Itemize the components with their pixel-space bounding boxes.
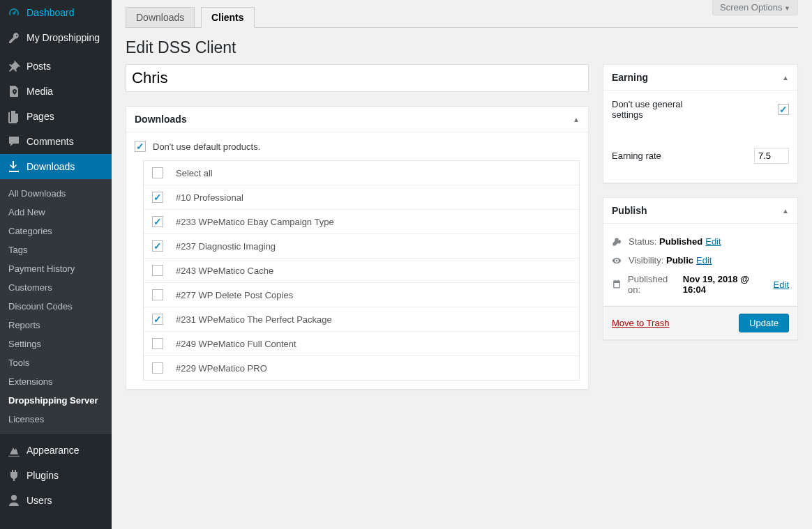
product-label: #237 Diagnostic Imaging: [176, 241, 276, 252]
submenu-item-tools[interactable]: Tools: [0, 353, 112, 372]
status-label: Status:: [629, 236, 656, 247]
sidebar-item-appearance[interactable]: Appearance: [0, 438, 112, 463]
nav-tabs: Downloads Clients: [126, 7, 798, 28]
edit-status-link[interactable]: Edit: [705, 236, 721, 247]
product-checkbox[interactable]: [152, 338, 163, 349]
submenu-item-add-new[interactable]: Add New: [0, 203, 112, 222]
update-button[interactable]: Update: [739, 314, 789, 332]
collapse-toggle-icon[interactable]: ▲: [782, 74, 789, 82]
product-checkbox[interactable]: [152, 362, 163, 374]
dont-use-general-checkbox[interactable]: [778, 104, 789, 115]
user-icon: [7, 493, 21, 507]
sidebar-item-comments[interactable]: Comments: [0, 129, 112, 154]
published-value: Nov 19, 2018 @ 16:04: [683, 274, 771, 295]
download-icon: [7, 160, 21, 174]
dont-use-default-checkbox[interactable]: [135, 141, 146, 152]
edit-visibility-link[interactable]: Edit: [696, 255, 712, 266]
sidebar-item-plugins[interactable]: Plugins: [0, 463, 112, 488]
sidebar-item-my-dropshipping[interactable]: My Dropshipping: [0, 25, 112, 50]
main-content: Screen Options Downloads Clients Edit DS…: [112, 0, 812, 529]
product-label: #229 WPeMatico PRO: [176, 363, 267, 374]
product-row: #233 WPeMatico Ebay Campaign Type: [144, 210, 579, 234]
sidebar-label: Posts: [27, 61, 51, 72]
submenu-item-reports[interactable]: Reports: [0, 316, 112, 335]
downloads-panel: Downloads ▲ Don't use default products. …: [126, 106, 589, 390]
product-label: #231 WPeMatico The Perfect Package: [176, 314, 332, 325]
client-title-input[interactable]: [126, 64, 589, 92]
earning-panel: Earning ▲ Don't use general settings Ear…: [603, 64, 798, 183]
product-row: #237 Diagnostic Imaging: [144, 234, 579, 259]
sidebar-item-dashboard[interactable]: Dashboard: [0, 0, 112, 25]
product-row: #229 WPeMatico PRO: [144, 356, 579, 380]
product-row: #277 WP Delete Post Copies: [144, 283, 579, 307]
product-row: #10 Professional: [144, 185, 579, 210]
submenu-item-customers[interactable]: Customers: [0, 278, 112, 297]
sidebar-label: Dashboard: [27, 7, 75, 18]
dont-use-general-label: Don't use general settings: [612, 99, 702, 120]
published-label: Published on:: [628, 274, 680, 295]
dont-use-default-label: Don't use default products.: [153, 141, 260, 152]
product-row: #231 WPeMatico The Perfect Package: [144, 307, 579, 332]
product-label: #233 WPeMatico Ebay Campaign Type: [176, 217, 334, 227]
publish-panel-title: Publish: [612, 205, 647, 216]
products-table: Select all#10 Professional#233 WPeMatico…: [143, 160, 580, 381]
submenu-item-dropshipping-server[interactable]: Dropshipping Server: [0, 391, 112, 410]
collapse-toggle-icon[interactable]: ▲: [573, 116, 580, 123]
sidebar-item-media[interactable]: Media: [0, 79, 112, 104]
select-all-label: Select all: [176, 168, 213, 178]
submenu-item-tags[interactable]: Tags: [0, 240, 112, 259]
status-value: Published: [659, 236, 702, 247]
sidebar-item-users[interactable]: Users: [0, 488, 112, 513]
product-label: #10 Professional: [176, 192, 243, 203]
collapse-toggle-icon[interactable]: ▲: [782, 207, 789, 215]
tab-downloads[interactable]: Downloads: [126, 7, 195, 28]
submenu-item-extensions[interactable]: Extensions: [0, 372, 112, 391]
sidebar-label: Comments: [27, 136, 74, 147]
key-icon: [7, 31, 21, 45]
product-label: #277 WP Delete Post Copies: [176, 290, 293, 300]
sidebar-label: My Dropshipping: [27, 32, 100, 43]
sidebar-item-downloads[interactable]: Downloads: [0, 154, 112, 179]
sidebar-label: Media: [27, 86, 53, 97]
visibility-value: Public: [666, 255, 693, 266]
publish-panel: Publish ▲ Status: Published Edit Visibil: [603, 197, 798, 340]
move-to-trash-link[interactable]: Move to Trash: [612, 318, 669, 328]
downloads-panel-title: Downloads: [135, 114, 187, 125]
product-checkbox[interactable]: [152, 314, 163, 325]
product-checkbox[interactable]: [152, 192, 163, 203]
product-checkbox[interactable]: [152, 265, 163, 276]
product-row: #249 WPeMatico Full Content: [144, 332, 579, 356]
sidebar-label: Pages: [27, 111, 54, 122]
key-icon: [612, 237, 626, 247]
product-checkbox[interactable]: [152, 216, 163, 227]
product-row: #243 WPeMatico Cache: [144, 259, 579, 283]
submenu-item-settings[interactable]: Settings: [0, 335, 112, 353]
submenu-item-discount-codes[interactable]: Discount Codes: [0, 297, 112, 316]
appearance-icon: [7, 443, 21, 457]
sidebar-label: Downloads: [27, 161, 75, 172]
sidebar-item-posts[interactable]: Posts: [0, 54, 112, 79]
submenu-item-payment-history[interactable]: Payment History: [0, 259, 112, 278]
sidebar-item-pages[interactable]: Pages: [0, 104, 112, 129]
earning-rate-label: Earning rate: [612, 151, 661, 161]
pin-icon: [7, 59, 21, 73]
earning-rate-input[interactable]: [754, 148, 789, 164]
earning-panel-title: Earning: [612, 72, 648, 83]
dashboard-icon: [7, 6, 21, 20]
submenu-item-licenses[interactable]: Licenses: [0, 410, 112, 429]
edit-date-link[interactable]: Edit: [774, 279, 789, 290]
tab-clients[interactable]: Clients: [201, 7, 255, 28]
sidebar-label: Users: [27, 495, 52, 506]
product-checkbox[interactable]: [152, 240, 163, 252]
product-label: #243 WPeMatico Cache: [176, 266, 273, 276]
select-all-checkbox[interactable]: [152, 167, 163, 178]
media-icon: [7, 84, 21, 98]
product-checkbox[interactable]: [152, 289, 163, 300]
page-title: Edit DSS Client: [126, 38, 798, 57]
submenu-item-categories[interactable]: Categories: [0, 222, 112, 240]
eye-icon: [612, 256, 626, 266]
submenu-item-all-downloads[interactable]: All Downloads: [0, 184, 112, 203]
comment-icon: [7, 135, 21, 148]
visibility-label: Visibility:: [629, 255, 663, 266]
screen-options-toggle[interactable]: Screen Options: [712, 0, 798, 15]
